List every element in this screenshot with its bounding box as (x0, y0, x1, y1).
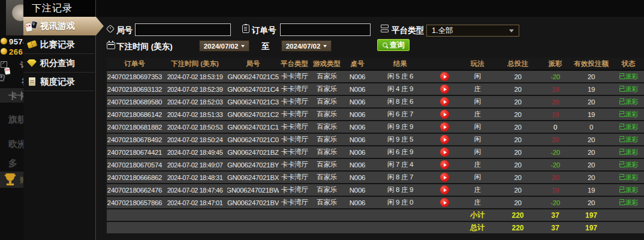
game-type: 百家乐 (310, 134, 344, 145)
order-id: 240702180666862 (107, 172, 162, 183)
table-row: 2407021806744212024-07-02 18:49:45GN0062… (107, 146, 644, 159)
play-type: 闲 (459, 172, 495, 183)
game-type: 百家乐 (310, 83, 344, 95)
date-from-button[interactable]: 2024/07/02 (199, 40, 249, 52)
result: 闲 5 庄 6 (371, 71, 429, 82)
play-replay-button[interactable] (440, 185, 449, 194)
header-result: 结果 (371, 58, 429, 70)
payout: 19 (540, 109, 570, 120)
order-id-input[interactable] (280, 23, 371, 36)
valid-bet: 20 (570, 172, 612, 183)
sidebar-item-video-games[interactable]: 9K♥ 视讯游戏 (23, 17, 104, 35)
result: 闲 9 庄 5 (371, 134, 429, 145)
valid-bet: 19 (570, 184, 612, 196)
table-number: N006 (344, 134, 371, 145)
order-id: 240702180693132 (107, 83, 162, 95)
bet-time: 2024-07-02 18:50:24 (162, 134, 227, 145)
title-strip (96, 0, 644, 17)
date-to-button[interactable]: 2024/07/02 (281, 40, 332, 52)
total-bet: 20 (495, 83, 540, 95)
page-title: 下注记录 (23, 0, 95, 17)
status: 已派彩 (612, 83, 644, 95)
platform-type: 卡卡湾厅 (279, 71, 310, 82)
sidebar-item-label: 积分查询 (40, 58, 75, 69)
table-row: 2407021806578662024-07-02 18:47:01GN0062… (107, 197, 644, 209)
play-replay-button[interactable] (440, 110, 449, 119)
chevron-down-icon (241, 45, 245, 47)
sidebar-item-label: 视讯游戏 (40, 20, 75, 32)
play-replay-button[interactable] (440, 72, 449, 81)
sidebar-item-match-records[interactable]: 比赛记录 (23, 35, 96, 54)
search-button[interactable]: 查询 (377, 39, 410, 51)
order-id: 240702180697353 (107, 71, 162, 82)
bet-time: 2024-07-02 18:52:03 (162, 96, 227, 107)
subtotal-row-total-bet: 220 (495, 209, 540, 221)
play-type: 庄 (459, 197, 495, 208)
platform-type-value: 1.全部 (432, 26, 453, 36)
date-to-label: 至 (261, 41, 270, 52)
table-header-row: 订单号下注时间 (美东)局号平台类型游戏类型桌号结果玩法总投注派彩有效投注额状态 (107, 58, 644, 71)
table-number: N006 (344, 109, 371, 120)
result: 闲 9 庄 0 (371, 197, 429, 208)
payout: 19 (540, 184, 570, 196)
ticket-icon (25, 39, 38, 50)
diamond-icon (25, 58, 38, 68)
valid-bet: 20 (570, 197, 612, 208)
total-row: 总计22037197 (107, 222, 644, 235)
result: 闲 9 庄 9 (371, 121, 429, 133)
status: 已派彩 (612, 159, 644, 170)
header-valid-bet: 有效投注额 (570, 58, 612, 70)
play-replay-button[interactable] (440, 148, 449, 157)
bet-time: 2024-07-02 18:50:53 (162, 121, 227, 133)
play-cell (429, 96, 459, 107)
total-bet: 20 (495, 109, 540, 120)
round-id-input[interactable] (135, 23, 231, 36)
play-replay-button[interactable] (440, 135, 449, 144)
play-replay-button[interactable] (440, 198, 449, 207)
order-id: 240702180657866 (107, 197, 162, 208)
bet-time: 2024-07-02 18:51:33 (162, 109, 227, 120)
total-bet: 20 (495, 146, 540, 158)
round-id: GN006247021BY (227, 159, 279, 170)
play-cell (429, 134, 459, 145)
sidebar-item-credit-records[interactable]: 额度记录 (23, 73, 96, 91)
table-body: 2407021806973532024-07-02 18:53:19GN0062… (107, 71, 644, 235)
status: 已派彩 (612, 146, 644, 158)
result: 闲 8 庄 6 (371, 96, 429, 107)
platform-type: 卡卡湾厅 (279, 83, 310, 95)
round-id: GN006247021C4 (227, 83, 279, 95)
order-id: 240702180678492 (107, 134, 162, 145)
search-button-label: 查询 (390, 40, 405, 50)
platform-type-label: 平台类型 (392, 25, 424, 36)
sidebar-item-points-query[interactable]: 积分查询 (23, 54, 96, 73)
payout: -20 (540, 159, 570, 170)
bet-time: 2024-07-02 18:53:19 (162, 71, 227, 82)
clipboard-icon (242, 25, 249, 33)
platform-type-select[interactable]: 1.全部 (426, 25, 519, 37)
order-id: 240702180689580 (107, 96, 162, 107)
play-replay-button[interactable] (440, 122, 449, 131)
subtotal-row: 小计22037197 (107, 209, 644, 222)
play-replay-button[interactable] (440, 160, 449, 169)
valid-bet: 20 (570, 146, 612, 158)
total-bet: 20 (495, 197, 540, 208)
play-replay-button[interactable] (440, 85, 449, 94)
game-type: 百家乐 (310, 71, 344, 82)
game-type: 百家乐 (310, 184, 344, 196)
order-id: 240702180670574 (107, 159, 162, 170)
play-replay-button[interactable] (440, 173, 449, 182)
play-replay-button[interactable] (440, 97, 449, 106)
header-bet-time: 下注时间 (美东) (162, 58, 227, 70)
search-icon (383, 43, 387, 47)
result: 闲 6 庄 9 (371, 146, 429, 158)
order-id-label: 订单号 (252, 25, 276, 36)
total-bet: 20 (495, 184, 540, 196)
payout: 0 (540, 121, 570, 133)
table-row: 2407021806895802024-07-02 18:52:03GN0062… (107, 96, 644, 109)
table-number: N006 (344, 71, 371, 82)
total-bet: 20 (495, 159, 540, 170)
play-cell (429, 121, 459, 133)
status: 已派彩 (612, 197, 644, 208)
lobby-nav-item[interactable]: 多 (8, 158, 17, 169)
game-type: 百家乐 (310, 146, 344, 158)
